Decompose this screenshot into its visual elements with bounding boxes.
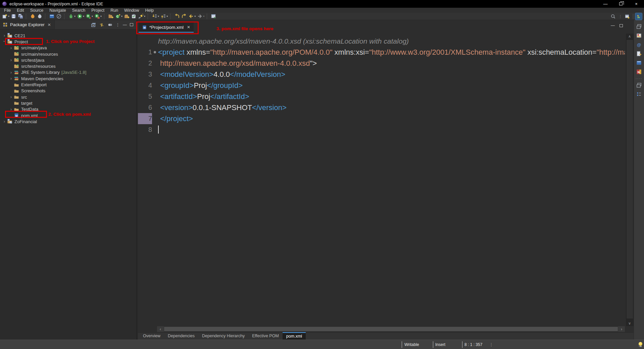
outline-view-icon[interactable]	[636, 91, 642, 97]
menu-edit[interactable]: Edit	[14, 8, 27, 13]
vertical-scrollbar[interactable]: ∧ ∨	[625, 34, 634, 326]
javadoc-view-icon[interactable]: @	[636, 42, 642, 48]
collapse-all-icon[interactable]	[91, 22, 96, 28]
open-perspective-button[interactable]	[624, 13, 631, 20]
tree-item-jre-system-library[interactable]: ›JRE System Library[JavaSE-1.8]	[0, 69, 137, 76]
restore-views-icon[interactable]	[636, 23, 642, 30]
close-tab-icon[interactable]: ✕	[187, 25, 190, 30]
code-line-3[interactable]: 3 <modelVersion>4.0.0</modelVersion>	[138, 69, 625, 80]
code-line-2[interactable]: 2 http://maven.apache.org/xsd/maven-4.0.…	[138, 58, 625, 69]
lightbulb-icon[interactable]	[639, 342, 642, 347]
external-tools-button[interactable]: ▾	[94, 13, 102, 20]
coverage-button[interactable]: ▾	[85, 13, 93, 20]
code-line-7[interactable]: 7 </project>	[138, 113, 625, 124]
dropdown-arrow-icon[interactable]: ▾	[203, 15, 204, 18]
maximize-editor-icon[interactable]	[620, 24, 623, 27]
declaration-view-icon[interactable]	[636, 51, 642, 57]
dropdown-arrow-icon[interactable]: ▾	[121, 15, 122, 18]
new-java-project-button[interactable]	[108, 13, 114, 20]
tree-item-src-test-resources[interactable]: src/test/resources	[0, 63, 137, 69]
chevron-collapsed-icon[interactable]: ›	[9, 95, 13, 99]
chevron-collapsed-icon[interactable]: ›	[9, 58, 13, 62]
tasks-view-icon[interactable]	[636, 33, 642, 39]
back-button[interactable]: ▾	[188, 13, 196, 20]
scroll-down-icon[interactable]: ∨	[626, 320, 634, 326]
minimize-button[interactable]: —	[598, 0, 613, 8]
chevron-collapsed-icon[interactable]: ›	[2, 119, 7, 124]
horizontal-scrollbar-thumb[interactable]	[164, 327, 618, 331]
dropdown-arrow-icon[interactable]: ▾	[158, 15, 159, 18]
new-class-button[interactable]: C▾	[115, 13, 123, 20]
tree-item-src[interactable]: ›src	[0, 94, 137, 100]
chevron-collapsed-icon[interactable]: ›	[9, 70, 13, 75]
menu-run[interactable]: Run	[107, 8, 121, 13]
tree-item-pom-xml[interactable]: Mpom.xml	[0, 112, 137, 118]
previous-edit-location-button[interactable]	[174, 13, 180, 20]
chevron-expanded-icon[interactable]: ›	[2, 39, 7, 44]
menu-project[interactable]: Project	[88, 8, 107, 13]
tree-item-maven-dependencies[interactable]: ›Maven Dependencies	[0, 76, 137, 82]
minimize-view-icon[interactable]: —	[123, 23, 127, 27]
code-line-1[interactable]: 1<project xmlns="http://maven.apache.org…	[138, 47, 625, 58]
terminate-button[interactable]	[56, 13, 62, 20]
dropdown-arrow-icon[interactable]: ▾	[166, 15, 168, 18]
chevron-collapsed-icon[interactable]: ›	[9, 107, 13, 112]
vertical-scrollbar-thumb[interactable]	[627, 40, 633, 318]
chevron-collapsed-icon[interactable]: ›	[2, 33, 7, 38]
restore-button[interactable]	[613, 0, 629, 8]
minimize-editor-icon[interactable]: —	[611, 23, 615, 28]
menu-help[interactable]: Help	[142, 8, 157, 13]
chevron-collapsed-icon[interactable]: ›	[9, 46, 13, 50]
pom-tab-dependencies[interactable]: Dependencies	[164, 332, 198, 340]
terminal-view-icon[interactable]: N	[636, 69, 642, 75]
view-menu-icon[interactable]: ⋮	[116, 23, 120, 27]
search-flashlight-button[interactable]: ▾	[138, 13, 146, 20]
menu-file[interactable]: File	[1, 8, 14, 13]
editor-tab-pom[interactable]: M *Project/pom.xml ✕	[139, 22, 194, 33]
new-package-button[interactable]	[123, 13, 130, 20]
dropdown-arrow-icon[interactable]: ▾	[74, 15, 76, 18]
tree-item-extentreport[interactable]: ExtentReport	[0, 82, 137, 88]
menu-search[interactable]: Search	[69, 8, 89, 13]
restore-views-2-icon[interactable]	[636, 82, 642, 88]
tree-item-target[interactable]: target	[0, 100, 137, 106]
dropdown-arrow-icon[interactable]: ▾	[83, 15, 84, 18]
link-with-editor-icon[interactable]	[99, 22, 104, 28]
forward-button[interactable]: ▾	[197, 13, 205, 20]
tree-item-testdata[interactable]: ›TestData	[0, 106, 137, 112]
scroll-up-icon[interactable]: ∧	[626, 34, 634, 39]
code-line-6[interactable]: 6 <version>0.0.1-SNAPSHOT</version>	[138, 102, 625, 113]
dropdown-arrow-icon[interactable]: ▾	[92, 15, 93, 18]
focus-icon[interactable]	[107, 22, 113, 28]
close-view-icon[interactable]: ✕	[48, 22, 51, 27]
dropdown-arrow-icon[interactable]: ▾	[100, 15, 102, 18]
java-perspective-button[interactable]	[635, 13, 642, 20]
tree-item-src-test-java[interactable]: ›src/test/java	[0, 57, 137, 63]
tree-item-project[interactable]: ›JMProject	[0, 39, 137, 45]
previous-annotation-button[interactable]: ▾	[160, 13, 168, 20]
tree-item-screenshots[interactable]: Screenshots	[0, 88, 137, 94]
open-task-button[interactable]	[131, 13, 137, 20]
menu-window[interactable]: Window	[121, 8, 142, 13]
package-explorer-tab[interactable]: Package Explorer ✕	[0, 20, 55, 29]
code-editor[interactable]: http://maven.apache.org/xsd/maven-4.0.0.…	[138, 34, 625, 326]
save-button[interactable]	[10, 13, 17, 20]
code-line-5[interactable]: 5 <artifactId>Proj</artifactId>	[138, 91, 625, 102]
pom-tab-effective-pom[interactable]: Effective POM	[248, 332, 283, 340]
code-line-4[interactable]: 4 <groupId>Proj</groupId>	[138, 80, 625, 91]
scroll-right-icon[interactable]: ›	[618, 326, 625, 332]
run-button[interactable]: ▾	[77, 13, 85, 20]
code-line-8[interactable]: 8	[138, 124, 625, 135]
pom-tab-dependency-hierarchy[interactable]: Dependency Hierarchy	[198, 332, 248, 340]
maximize-view-icon[interactable]	[130, 23, 133, 26]
search-button[interactable]	[610, 13, 616, 20]
open-console-button[interactable]	[49, 13, 55, 20]
tree-item-ce21[interactable]: ›JMCE21	[0, 33, 137, 39]
console-view-icon[interactable]	[636, 60, 642, 66]
save-all-button[interactable]	[17, 13, 24, 20]
chevron-collapsed-icon[interactable]: ›	[9, 76, 13, 81]
flame-gray-button[interactable]	[37, 13, 43, 20]
drag-handle-icon[interactable]: ····	[636, 78, 642, 79]
dropdown-arrow-icon[interactable]: ▾	[194, 15, 196, 18]
menu-source[interactable]: Source	[27, 8, 47, 13]
